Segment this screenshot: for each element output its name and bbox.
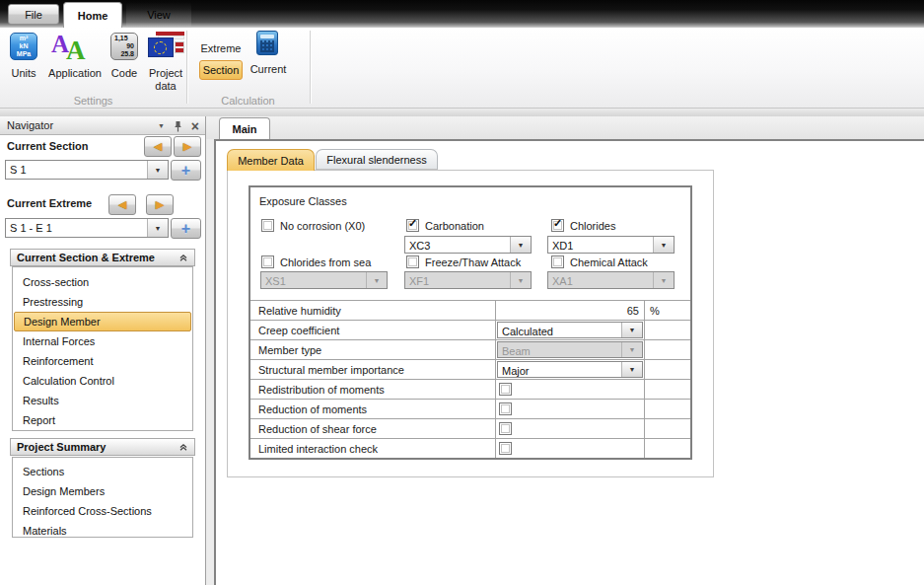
dropdown-button[interactable]: ▼	[147, 161, 168, 179]
project-summary-group-header[interactable]: Project Summary	[10, 438, 195, 456]
arrow-right-icon: ▶	[183, 141, 191, 152]
ribbon-group-settings: m² kN MPa Units A A Application 1,15 90 …	[0, 28, 186, 108]
sidebar-item-prestressing[interactable]: Prestressing	[13, 292, 192, 312]
project-data-label-line1: Project	[142, 67, 189, 80]
reduction-moments-checkbox[interactable]	[499, 402, 512, 415]
units-icon[interactable]: m² kN MPa	[10, 33, 37, 60]
list-item-label: Design Members	[23, 485, 105, 497]
main-tab-label: Main	[232, 123, 256, 135]
sidebar-item-reinforced-cross-sections[interactable]: Reinforced Cross-Sections	[13, 501, 192, 521]
dropdown-button[interactable]: ▼	[510, 237, 531, 253]
sidebar-item-design-member[interactable]: Design Member	[14, 312, 191, 331]
file-button[interactable]: File	[8, 4, 59, 25]
section-next-button[interactable]: ▶	[174, 136, 201, 157]
chlorides-option[interactable]: ✓ Chlorides	[551, 219, 615, 232]
chemical-attack-class-value: XA1	[552, 275, 650, 287]
no-corrosion-option[interactable]: No corrosion (X0)	[261, 219, 365, 232]
tab-main[interactable]: Main	[219, 117, 270, 139]
dropdown-arrow-icon: ▼	[518, 277, 525, 284]
chlorides-sea-checkbox[interactable]	[261, 256, 274, 268]
unit-cell	[645, 400, 690, 418]
member-data-content: Exposure Classes No corrosion (X0) ✓ Car…	[227, 170, 714, 477]
chlorides-sea-option[interactable]: Chlorides from sea	[261, 256, 371, 268]
units-button[interactable]: Units	[2, 67, 45, 79]
code-button[interactable]: Code	[101, 67, 148, 79]
dropdown-button[interactable]: ▼	[147, 219, 168, 237]
table-row: Redistribution of moments	[250, 379, 690, 399]
carbonation-class-select[interactable]: XC3 ▼	[404, 236, 532, 254]
chlorides-checkbox[interactable]: ✓	[551, 219, 564, 232]
code-icon[interactable]: 1,15 90 25.8	[110, 33, 138, 60]
list-item-label: Sections	[23, 466, 64, 477]
calculator-screen	[260, 35, 274, 38]
unit-cell	[645, 439, 690, 458]
member-importance-select[interactable]: Major ▼	[497, 361, 643, 378]
sidebar-item-materials[interactable]: Materials	[13, 521, 192, 541]
extreme-prev-button[interactable]: ◀	[108, 194, 136, 215]
section-extreme-list: Cross-section Prestressing Design Member…	[12, 266, 193, 431]
checkbox-label: Chlorides from sea	[280, 256, 371, 268]
file-button-label: File	[25, 9, 42, 21]
sidebar-item-calculation-control[interactable]: Calculation Control	[13, 371, 192, 391]
limited-interaction-checkbox[interactable]	[499, 442, 512, 455]
unit-cell	[645, 360, 690, 379]
carbonation-class-value: XC3	[409, 240, 507, 252]
no-corrosion-checkbox[interactable]	[261, 219, 274, 232]
ribbon-tab-view[interactable]: View	[126, 2, 191, 28]
panel-menu-icon[interactable]: ▼	[158, 122, 165, 129]
add-extreme-button[interactable]: +	[171, 218, 201, 239]
chlorides-class-select[interactable]: XD1 ▼	[547, 236, 675, 254]
row-label: Member type	[250, 340, 496, 359]
close-icon[interactable]: ×	[191, 121, 199, 131]
group-separator	[310, 31, 311, 104]
freeze-thaw-checkbox[interactable]	[406, 256, 419, 268]
current-extreme-select[interactable]: S 1 - E 1 ▼	[5, 218, 169, 238]
dropdown-button[interactable]: ▼	[621, 362, 642, 377]
row-label: Reduction of moments	[250, 400, 496, 418]
list-item-label: Design Member	[24, 316, 101, 328]
application-button[interactable]: Application	[41, 67, 108, 79]
carbonation-checkbox[interactable]: ✓	[406, 219, 419, 232]
section-button-label: Section	[203, 64, 240, 76]
dropdown-button[interactable]: ▼	[621, 323, 642, 337]
sidebar-item-internal-forces[interactable]: Internal Forces	[13, 331, 192, 351]
current-section-value: S 1	[10, 164, 144, 176]
ribbon-tab-home[interactable]: Home	[63, 2, 122, 28]
view-tab-label: View	[147, 9, 171, 21]
unit-cell	[645, 380, 690, 399]
calculator-icon[interactable]	[256, 31, 278, 55]
sidebar-item-report[interactable]: Report	[13, 410, 192, 430]
sidebar-item-cross-section[interactable]: Cross-section	[13, 272, 192, 292]
application-label: Application	[48, 67, 102, 79]
current-section-select[interactable]: S 1 ▼	[5, 160, 169, 180]
home-tab-label: Home	[78, 10, 108, 22]
tab-flexural-slenderness[interactable]: Flexural slenderness	[316, 149, 438, 170]
carbonation-option[interactable]: ✓ Carbonation	[406, 219, 484, 232]
sidebar-item-results[interactable]: Results	[13, 391, 192, 410]
project-data-button[interactable]: Project data	[142, 67, 189, 93]
dropdown-button: ▼	[621, 342, 642, 357]
reduction-shear-checkbox[interactable]	[499, 422, 512, 435]
pin-icon[interactable]	[174, 120, 182, 132]
tab-member-data[interactable]: Member Data	[227, 149, 315, 171]
list-item-label: Reinforcement	[23, 355, 94, 367]
chemical-attack-option[interactable]: Chemical Attack	[551, 256, 648, 268]
application-icon[interactable]: A A	[49, 31, 101, 62]
relative-humidity-value-cell[interactable]: 65	[496, 301, 645, 320]
section-prev-button[interactable]: ◀	[144, 136, 172, 157]
sidebar-item-reinforcement[interactable]: Reinforcement	[13, 351, 192, 371]
creep-coefficient-select[interactable]: Calculated ▼	[497, 322, 643, 338]
section-extreme-group-header[interactable]: Current Section & Extreme	[10, 249, 195, 266]
add-section-button[interactable]: +	[171, 160, 201, 181]
section-button[interactable]: Section	[199, 60, 243, 80]
chlorides-class-value: XD1	[552, 240, 650, 252]
sidebar-item-design-members[interactable]: Design Members	[13, 481, 192, 501]
freeze-thaw-option[interactable]: Freeze/Thaw Attack	[406, 256, 521, 268]
redistribution-moments-checkbox[interactable]	[499, 383, 512, 396]
current-button[interactable]: Current	[245, 63, 292, 75]
sidebar-item-sections[interactable]: Sections	[13, 462, 192, 481]
extreme-next-button[interactable]: ▶	[146, 194, 174, 215]
dropdown-button[interactable]: ▼	[653, 237, 674, 253]
project-data-icon[interactable]	[148, 32, 184, 61]
chemical-attack-checkbox[interactable]	[551, 256, 564, 268]
